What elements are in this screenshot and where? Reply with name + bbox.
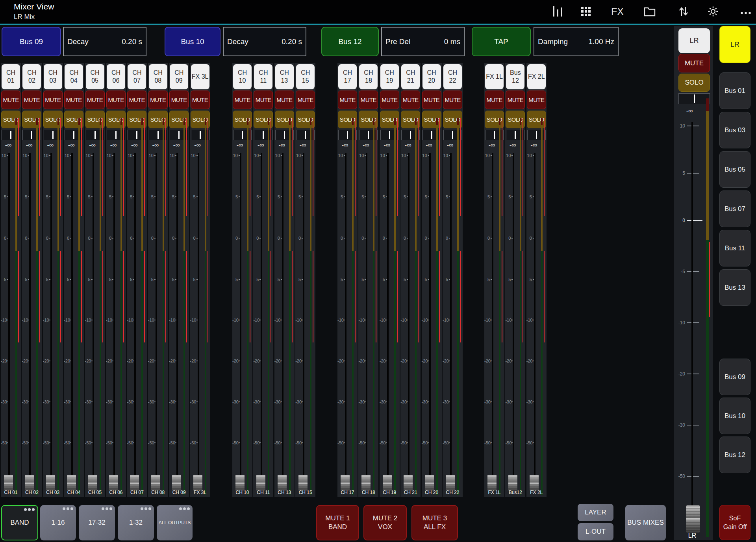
fader-knob[interactable]	[278, 475, 287, 491]
fader-knob[interactable]	[130, 475, 139, 491]
pan-slider[interactable]	[233, 130, 252, 140]
pan-slider[interactable]	[401, 130, 420, 140]
fader-knob[interactable]	[383, 475, 392, 491]
master-mute-button[interactable]: MUTE	[678, 54, 710, 72]
channel-header[interactable]: CH06	[107, 64, 125, 89]
l-out-button[interactable]: L-OUT	[578, 523, 613, 540]
pan-slider[interactable]	[191, 130, 209, 140]
bus-button[interactable]: Bus 11	[719, 230, 750, 266]
mute-button[interactable]: MUTE	[1, 91, 20, 109]
mute-button[interactable]: MUTE	[64, 91, 83, 109]
pan-slider[interactable]	[443, 130, 462, 140]
channel-header[interactable]: FX 1L	[485, 64, 504, 89]
solo-button[interactable]: SOLO	[127, 111, 146, 128]
channel-header[interactable]: CH22	[443, 64, 462, 89]
pan-slider[interactable]	[338, 130, 357, 140]
grid-icon[interactable]	[579, 4, 593, 18]
solo-button[interactable]: SOLO	[148, 111, 168, 128]
mute-button[interactable]: MUTE	[485, 91, 504, 109]
solo-button[interactable]: SOLO	[169, 111, 189, 128]
channel-header[interactable]: CH03	[44, 64, 62, 89]
fader-knob[interactable]	[425, 475, 434, 491]
channel-header[interactable]: CH09	[170, 64, 188, 89]
tab-band[interactable]: BAND	[1, 505, 38, 540]
sof-gain-button[interactable]: SoF Gain Off	[719, 505, 750, 540]
fader-track[interactable]	[176, 153, 178, 490]
pan-slider[interactable]	[86, 130, 104, 140]
solo-button[interactable]: SOLO	[106, 111, 126, 128]
pan-slider[interactable]	[296, 130, 315, 140]
updown-icon[interactable]	[676, 4, 691, 18]
tab-1-32[interactable]: 1-32	[118, 505, 154, 540]
channel-header[interactable]: CH05	[86, 64, 104, 89]
solo-button[interactable]: SOLO	[296, 111, 315, 128]
tab-all-outputs[interactable]: ALL OUTPUTS	[157, 505, 193, 540]
bus-button[interactable]: Bus 01	[719, 72, 750, 109]
pan-slider[interactable]	[2, 130, 20, 140]
mute-button[interactable]: MUTE	[85, 91, 105, 109]
bus-select-button[interactable]: TAP	[472, 27, 531, 56]
tab-17-32[interactable]: 17-32	[79, 505, 115, 540]
bus-select-button[interactable]: Bus 12	[321, 27, 379, 56]
fader-track[interactable]	[261, 153, 262, 490]
mute-group-button[interactable]: MUTE 2 VOX	[363, 505, 407, 540]
pan-slider[interactable]	[65, 130, 83, 140]
pan-slider[interactable]	[485, 130, 504, 140]
fader-track[interactable]	[93, 153, 94, 490]
fader-track[interactable]	[408, 153, 410, 490]
master-fader-track[interactable]	[691, 122, 693, 516]
fader-track[interactable]	[366, 153, 367, 490]
solo-button[interactable]: SOLO	[254, 111, 273, 128]
mute-button[interactable]: MUTE	[254, 91, 273, 109]
channel-header[interactable]: FX 3L	[191, 64, 209, 89]
fader-track[interactable]	[429, 153, 431, 490]
bus-mixes-button[interactable]: BUS MIXES	[625, 505, 666, 540]
mute-button[interactable]: MUTE	[43, 91, 63, 109]
fader-knob[interactable]	[404, 475, 413, 491]
channel-header[interactable]: CH20	[422, 64, 441, 89]
bus-button[interactable]: Bus 10	[719, 398, 750, 434]
channel-header[interactable]: CH15	[296, 64, 315, 89]
mute-button[interactable]: MUTE	[127, 91, 146, 109]
solo-button[interactable]: SOLO	[43, 111, 63, 128]
solo-button[interactable]: SOLO	[359, 111, 378, 128]
tab-1-16[interactable]: 1-16	[40, 505, 76, 540]
fader-track[interactable]	[387, 153, 389, 490]
channel-header[interactable]: Bus12	[506, 64, 524, 89]
fader-knob[interactable]	[25, 475, 34, 491]
fader-track[interactable]	[113, 153, 115, 490]
fader-knob[interactable]	[193, 475, 202, 491]
pan-slider[interactable]	[527, 130, 546, 140]
fader-knob[interactable]	[172, 475, 181, 491]
mute-button[interactable]: MUTE	[233, 91, 252, 109]
fader-knob[interactable]	[298, 475, 308, 491]
fader-track[interactable]	[282, 153, 284, 490]
channel-header[interactable]: CH17	[338, 64, 357, 89]
mute-button[interactable]: MUTE	[527, 91, 546, 109]
param-value-box[interactable]: Damping1.00 Hz	[534, 27, 619, 56]
channel-header[interactable]: CH07	[128, 64, 146, 89]
pan-slider[interactable]	[170, 130, 188, 140]
fader-knob[interactable]	[46, 475, 55, 491]
bus-button[interactable]: Bus 07	[719, 191, 750, 227]
solo-button[interactable]: SOLO	[506, 111, 525, 128]
channel-header[interactable]: CH10	[233, 64, 252, 89]
fader-knob[interactable]	[67, 475, 76, 491]
pan-slider[interactable]	[107, 130, 125, 140]
pan-slider[interactable]	[506, 130, 524, 140]
mute-button[interactable]: MUTE	[275, 91, 294, 109]
solo-button[interactable]: SOLO	[22, 111, 41, 128]
mute-button[interactable]: MUTE	[359, 91, 378, 109]
fader-track[interactable]	[303, 153, 304, 490]
fader-track[interactable]	[156, 153, 157, 490]
bus-select-button[interactable]: Bus 09	[2, 27, 61, 56]
bus-button[interactable]: Bus 13	[719, 269, 750, 306]
solo-button[interactable]: SOLO	[1, 111, 20, 128]
fader-knob[interactable]	[88, 475, 97, 491]
channel-header[interactable]: CH18	[359, 64, 378, 89]
channel-header[interactable]: CH21	[401, 64, 420, 89]
solo-button[interactable]: SOLO	[422, 111, 441, 128]
bus-button[interactable]: Bus 03	[719, 112, 750, 148]
pan-slider[interactable]	[422, 130, 441, 140]
mute-button[interactable]: MUTE	[148, 91, 168, 109]
